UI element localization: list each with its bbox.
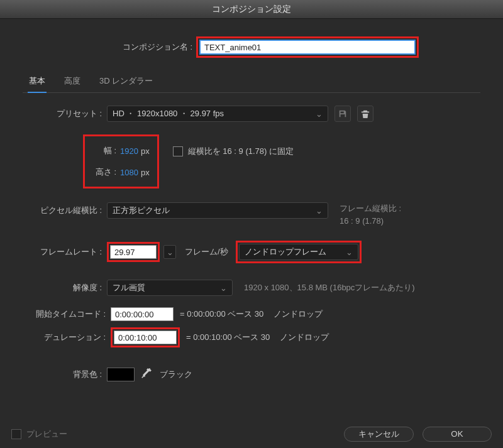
resolution-select[interactable]: フル画質 ⌄	[107, 280, 233, 296]
duration-input[interactable]	[114, 331, 177, 344]
framerate-dropdown-button[interactable]: ⌄	[163, 245, 176, 259]
bgcolor-swatch[interactable]	[107, 368, 135, 381]
tab-advanced[interactable]: 高度	[63, 72, 82, 92]
framerate-unit: フレーム/秒	[185, 246, 228, 258]
duration-drop: ノンドロップ	[280, 332, 329, 343]
tab-content-basic: プリセット : HD ・ 1920x1080 ・ 29.97 fps ⌄ 幅 :…	[14, 106, 489, 381]
dialog-footer: プレビュー キャンセル OK	[11, 427, 492, 442]
framerate-label: フレームレート :	[23, 246, 107, 258]
bgcolor-name: ブラック	[160, 369, 192, 380]
resolution-label: 解像度 :	[23, 282, 107, 293]
dropframe-highlight: ノンドロップフレーム ⌄	[236, 241, 362, 263]
resolution-value: フル画質	[113, 282, 145, 293]
chevron-down-icon: ⌄	[316, 206, 323, 216]
start-timecode-label: 開始タイムコード :	[23, 309, 111, 320]
bgcolor-label: 背景色 :	[23, 369, 107, 380]
dimensions-highlight: 幅 : 1920 px 高さ : 1080 px	[83, 134, 159, 188]
preset-value: HD ・ 1920x1080 ・ 29.97 fps	[113, 108, 224, 119]
height-value[interactable]: 1080	[120, 168, 138, 177]
save-preset-button[interactable]	[334, 106, 351, 122]
footer-buttons: キャンセル OK	[344, 427, 492, 442]
preview-label: プレビュー	[26, 429, 67, 440]
tabs: 基本 高度 3D レンダラー	[23, 72, 480, 93]
chevron-down-icon: ⌄	[316, 109, 323, 119]
height-row: 高さ : 1080 px	[92, 167, 150, 178]
save-icon	[338, 109, 347, 118]
chevron-down-icon: ⌄	[220, 283, 227, 293]
preset-select[interactable]: HD ・ 1920x1080 ・ 29.97 fps ⌄	[107, 106, 328, 122]
preset-row: プリセット : HD ・ 1920x1080 ・ 29.97 fps ⌄	[23, 106, 480, 122]
resolution-info: 1920 x 1080、15.8 MB (16bpcフレームあたり)	[244, 282, 415, 293]
lock-aspect-row: 縦横比を 16 : 9 (1.78) に固定	[173, 146, 294, 157]
framerate-input[interactable]	[110, 245, 157, 259]
lock-aspect-label: 縦横比を 16 : 9 (1.78) に固定	[188, 146, 294, 157]
framerate-row: フレームレート : ⌄ フレーム/秒 ノンドロップフレーム ⌄	[23, 241, 480, 263]
duration-highlight	[111, 327, 180, 347]
bgcolor-row: 背景色 : ブラック	[23, 368, 480, 381]
dialog-title-text: コンポジション設定	[212, 4, 291, 15]
chevron-down-icon: ⌄	[167, 248, 174, 257]
start-timecode-info: = 0:00:00:00 ベース 30	[180, 309, 263, 320]
frame-aspect-label: フレーム縦横比 :	[340, 202, 401, 215]
pixel-aspect-select[interactable]: 正方形ピクセル ⌄	[107, 202, 328, 219]
start-timecode-input[interactable]	[111, 307, 174, 321]
resolution-row: 解像度 : フル画質 ⌄ 1920 x 1080、15.8 MB (16bpcフ…	[23, 280, 480, 296]
width-row: 幅 : 1920 px	[92, 145, 150, 156]
framerate-highlight	[107, 242, 160, 262]
duration-info: = 0:00:10:00 ベース 30	[186, 332, 270, 343]
duration-label: デュレーション :	[23, 332, 111, 343]
eyedropper-icon	[141, 368, 152, 380]
lock-aspect-checkbox[interactable]	[173, 146, 183, 156]
comp-name-highlight	[196, 36, 419, 58]
comp-name-input[interactable]	[199, 40, 416, 55]
eyedropper-button[interactable]	[141, 368, 152, 381]
dropframe-select[interactable]: ノンドロップフレーム ⌄	[239, 244, 358, 260]
width-unit: px	[141, 146, 150, 156]
width-label: 幅 :	[92, 145, 120, 156]
pixel-aspect-label: ピクセル縦横比 :	[23, 202, 107, 216]
pixel-aspect-row: ピクセル縦横比 : 正方形ピクセル ⌄ フレーム縦横比 : 16 : 9 (1.…	[23, 202, 480, 227]
frame-aspect-info: フレーム縦横比 : 16 : 9 (1.78)	[340, 202, 401, 227]
duration-row: デュレーション : = 0:00:10:00 ベース 30 ノンドロップ	[23, 327, 480, 347]
tab-basic[interactable]: 基本	[28, 72, 47, 93]
dialog-body: コンポジション名 : 基本 高度 3D レンダラー プリセット : HD ・ 1…	[0, 19, 503, 448]
preview-checkbox[interactable]	[11, 429, 21, 439]
trash-icon	[361, 109, 370, 118]
tab-3d-renderer[interactable]: 3D レンダラー	[98, 72, 154, 92]
delete-preset-button[interactable]	[357, 106, 373, 122]
width-value[interactable]: 1920	[120, 146, 138, 156]
comp-name-label: コンポジション名 :	[102, 41, 196, 53]
height-unit: px	[141, 168, 150, 177]
start-timecode-row: 開始タイムコード : = 0:00:00:00 ベース 30 ノンドロップ	[23, 307, 480, 321]
dialog-title: コンポジション設定	[0, 0, 503, 19]
preview-row: プレビュー	[11, 429, 67, 440]
dimensions-block: 幅 : 1920 px 高さ : 1080 px 縦横比を 16 : 9 (1.…	[23, 134, 480, 188]
ok-button[interactable]: OK	[423, 427, 492, 442]
chevron-down-icon: ⌄	[346, 248, 353, 257]
pixel-aspect-value: 正方形ピクセル	[113, 205, 170, 216]
cancel-button[interactable]: キャンセル	[344, 427, 414, 442]
frame-aspect-value: 16 : 9 (1.78)	[340, 215, 401, 227]
comp-name-row: コンポジション名 :	[14, 36, 489, 58]
start-timecode-drop: ノンドロップ	[274, 309, 323, 320]
dropframe-value: ノンドロップフレーム	[245, 246, 326, 258]
height-label: 高さ :	[92, 167, 120, 178]
preset-label: プリセット :	[23, 108, 107, 119]
